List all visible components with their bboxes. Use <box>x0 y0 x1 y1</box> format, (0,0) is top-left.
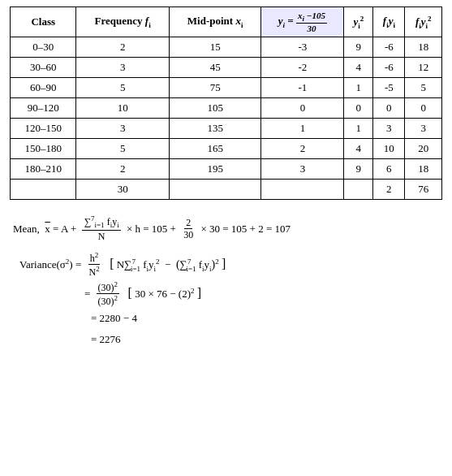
table-cell: 135 <box>169 119 261 139</box>
table-cell: 1 <box>261 119 344 139</box>
mean-frac: 2 30 <box>182 217 195 241</box>
header-yi: yi = xi −10530 <box>261 7 344 37</box>
totals-row: 30276 <box>11 180 442 200</box>
table-cell: -1 <box>261 78 344 98</box>
table-cell: -6 <box>373 37 405 58</box>
table-cell: 0 <box>405 98 442 119</box>
table-cell: 5 <box>405 78 442 98</box>
mean-result: × 30 = 105 + 2 = 107 <box>198 219 291 238</box>
table-cell: -3 <box>261 37 344 58</box>
table-cell: 0–30 <box>11 37 76 58</box>
variance-bracket2: [ 30 × 76 − (2)2 ] <box>123 282 201 305</box>
header-yi2: yi2 <box>344 7 373 37</box>
table-cell: 150–180 <box>11 139 76 159</box>
table-cell: 10 <box>373 139 405 159</box>
table-cell: 3 <box>261 159 344 180</box>
sum-fraction: ∑7i=1 fiyi N <box>82 214 120 243</box>
table-cell: 4 <box>344 58 373 78</box>
total-cell: 2 <box>373 180 405 200</box>
table-row: 150–1805165241020 <box>11 139 442 159</box>
table-cell: 2 <box>76 37 169 58</box>
table-cell: 10 <box>76 98 169 119</box>
variance-result: = 2276 <box>91 330 121 348</box>
table-cell: -6 <box>373 58 405 78</box>
variance-line2: = (30)2 (30)2 [ 30 × 76 − (2)2 ] <box>19 280 442 308</box>
table-cell: 1 <box>344 78 373 98</box>
variance-line4: = 2276 <box>19 330 442 348</box>
table-cell: 15 <box>169 37 261 58</box>
table-cell: 75 <box>169 78 261 98</box>
variance-label: Variance(σ2) = <box>19 255 84 275</box>
table-cell: 20 <box>405 139 442 159</box>
table-cell: 18 <box>405 37 442 58</box>
table-cell: 0 <box>373 98 405 119</box>
table-row: 180–210219539618 <box>11 159 442 180</box>
table-cell: 165 <box>169 139 261 159</box>
table-cell: 5 <box>76 139 169 159</box>
mean-formula-rhs: × h = 105 + <box>124 219 179 238</box>
formula-section: Mean, x = A + ∑7i=1 fiyi N × h = 105 + 2… <box>10 211 442 348</box>
table-cell: 0 <box>261 98 344 119</box>
table-cell: 3 <box>373 119 405 139</box>
total-cell: 30 <box>76 180 169 200</box>
header-class: Class <box>11 7 76 37</box>
table-cell: 4 <box>344 139 373 159</box>
variance-bracket: [ N∑7i=1 fiyi2 − (∑7i=1 fiyi)2 ] <box>105 253 226 276</box>
table-cell: 1 <box>344 119 373 139</box>
table-cell: 12 <box>405 58 442 78</box>
table-row: 90–120101050000 <box>11 98 442 119</box>
table-cell: 3 <box>76 119 169 139</box>
variance-line3: = 2280 − 4 <box>19 309 442 327</box>
table-cell: 90–120 <box>11 98 76 119</box>
header-fiyi2: fiyi2 <box>405 7 442 37</box>
header-midpoint: Mid-point xi <box>169 7 261 37</box>
table-cell: 18 <box>405 159 442 180</box>
equals-sign: = <box>84 284 93 303</box>
mean-label: Mean, x = A + <box>13 219 79 238</box>
total-cell <box>11 180 76 200</box>
table-row: 30–60345-24-612 <box>11 58 442 78</box>
table-cell: 105 <box>169 98 261 119</box>
table-cell: 9 <box>344 159 373 180</box>
table-cell: 0 <box>344 98 373 119</box>
variance-frac2: (30)2 (30)2 <box>97 280 120 308</box>
table-cell: 9 <box>344 37 373 58</box>
total-cell <box>261 180 344 200</box>
variance-block: Variance(σ2) = h2 N2 [ N∑7i=1 fiyi2 − (∑… <box>13 251 442 348</box>
table-cell: 2 <box>261 139 344 159</box>
header-fiyi: fiyi <box>373 7 405 37</box>
table-cell: -2 <box>261 58 344 78</box>
total-cell: 76 <box>405 180 442 200</box>
header-frequency: Frequency fi <box>76 7 169 37</box>
frequency-table: Class Frequency fi Mid-point xi yi = xi … <box>10 6 442 200</box>
table-cell: 180–210 <box>11 159 76 180</box>
table-cell: 120–150 <box>11 119 76 139</box>
table-row: 60–90575-11-55 <box>11 78 442 98</box>
table-cell: 2 <box>76 159 169 180</box>
table-row: 0–30215-39-618 <box>11 37 442 58</box>
table-cell: 5 <box>76 78 169 98</box>
table-cell: 195 <box>169 159 261 180</box>
variance-h2n2: h2 N2 <box>87 251 101 279</box>
table-row: 120–15031351133 <box>11 119 442 139</box>
table-cell: 45 <box>169 58 261 78</box>
table-cell: 3 <box>76 58 169 78</box>
table-cell: 60–90 <box>11 78 76 98</box>
table-cell: 3 <box>405 119 442 139</box>
table-cell: -5 <box>373 78 405 98</box>
variance-step3: = 2280 − 4 <box>91 309 137 327</box>
total-cell <box>344 180 373 200</box>
table-cell: 30–60 <box>11 58 76 78</box>
table-cell: 6 <box>373 159 405 180</box>
mean-formula: Mean, x = A + ∑7i=1 fiyi N × h = 105 + 2… <box>13 214 442 243</box>
variance-line1: Variance(σ2) = h2 N2 [ N∑7i=1 fiyi2 − (∑… <box>19 251 442 279</box>
total-cell <box>169 180 261 200</box>
